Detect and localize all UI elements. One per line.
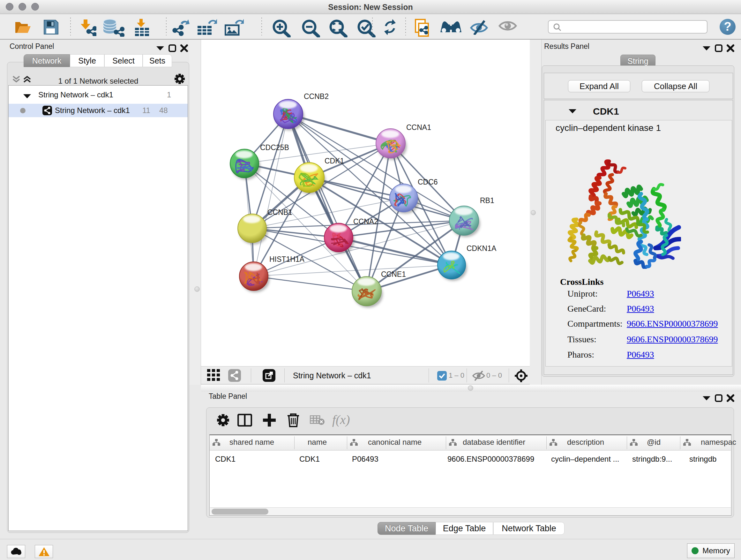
svg-text:RB1: RB1 (480, 196, 494, 205)
svg-text:CDC6: CDC6 (418, 178, 438, 186)
svg-text:CCNE1: CCNE1 (381, 270, 406, 278)
svg-text:CCNB2: CCNB2 (304, 92, 329, 101)
svg-text:CCNB1: CCNB1 (267, 208, 292, 216)
svg-text:CCNA2: CCNA2 (353, 217, 378, 226)
svg-text:CDKN1A: CDKN1A (467, 244, 496, 253)
svg-text:CDK1: CDK1 (325, 157, 344, 165)
svg-text:HIST1H1A: HIST1H1A (269, 255, 305, 263)
svg-text:CCNA1: CCNA1 (406, 123, 431, 132)
svg-text:CDC25B: CDC25B (260, 143, 289, 152)
